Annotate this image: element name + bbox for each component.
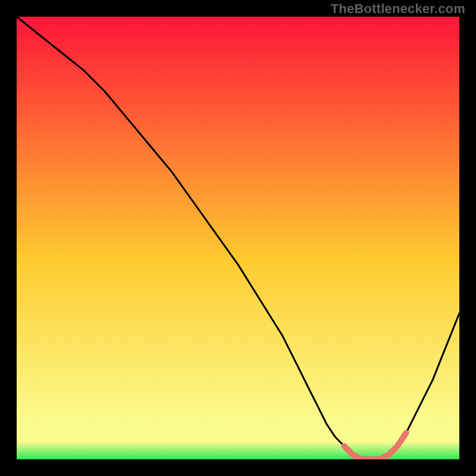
attribution-text: TheBottlenecker.com <box>331 1 465 17</box>
bottleneck-chart <box>17 17 459 459</box>
chart-background <box>17 17 459 459</box>
